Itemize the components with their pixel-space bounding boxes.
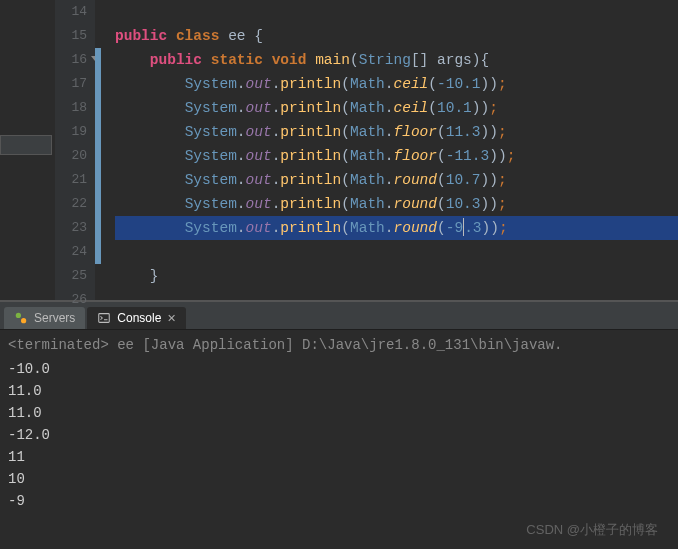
code-line-21[interactable]: System.out.println(Math.round(10.7)); — [115, 168, 678, 192]
line-number[interactable]: 24 — [55, 240, 87, 264]
line-number[interactable]: 21 — [55, 168, 87, 192]
line-number[interactable]: 22 — [55, 192, 87, 216]
bottom-panel: Servers Console ✕ <terminated> ee [Java … — [0, 300, 678, 549]
console-status: <terminated> ee [Java Application] D:\Ja… — [8, 334, 670, 356]
tab-label: Console — [117, 311, 161, 325]
editor-left-margin: 14 15 16 17 18 19 20 21 22 23 24 25 26 — [0, 0, 95, 300]
tab-label: Servers — [34, 311, 75, 325]
code-line-15[interactable]: public class ee { — [115, 24, 678, 48]
console-output-line: 11.0 — [8, 402, 670, 424]
code-line-24[interactable] — [115, 240, 678, 264]
line-number[interactable]: 16 — [55, 48, 87, 72]
code-line-18[interactable]: System.out.println(Math.ceil(10.1)); — [115, 96, 678, 120]
svg-point-0 — [16, 313, 21, 318]
console-icon — [97, 311, 111, 325]
code-line-23[interactable]: System.out.println(Math.round(-9.3)); — [115, 216, 678, 240]
line-number[interactable]: 23 — [55, 216, 87, 240]
code-line-14[interactable] — [115, 0, 678, 24]
code-line-26[interactable] — [115, 288, 678, 312]
line-number-gutter[interactable]: 14 15 16 17 18 19 20 21 22 23 24 25 26 — [55, 0, 95, 300]
servers-icon — [14, 311, 28, 325]
console-output-line: -12.0 — [8, 424, 670, 446]
side-box — [0, 135, 52, 155]
line-number[interactable]: 15 — [55, 24, 87, 48]
code-editor[interactable]: 14 15 16 17 18 19 20 21 22 23 24 25 26 p… — [0, 0, 678, 300]
console-output-line: 11 — [8, 446, 670, 468]
line-number[interactable]: 20 — [55, 144, 87, 168]
close-icon[interactable]: ✕ — [167, 312, 176, 325]
console-output-line: -9 — [8, 490, 670, 512]
text-cursor — [463, 218, 464, 236]
line-number[interactable]: 19 — [55, 120, 87, 144]
line-number[interactable]: 14 — [55, 0, 87, 24]
console-output-line: 11.0 — [8, 380, 670, 402]
watermark: CSDN @小橙子的博客 — [526, 521, 658, 539]
code-line-25[interactable]: } — [115, 264, 678, 288]
code-line-19[interactable]: System.out.println(Math.floor(11.3)); — [115, 120, 678, 144]
console-output-line: 10 — [8, 468, 670, 490]
svg-rect-2 — [99, 314, 110, 323]
code-line-17[interactable]: System.out.println(Math.ceil(-10.1)); — [115, 72, 678, 96]
line-number[interactable]: 25 — [55, 264, 87, 288]
code-line-22[interactable]: System.out.println(Math.round(10.3)); — [115, 192, 678, 216]
side-marker — [0, 0, 55, 300]
svg-point-1 — [21, 318, 26, 323]
line-number[interactable]: 18 — [55, 96, 87, 120]
line-number[interactable]: 17 — [55, 72, 87, 96]
line-number[interactable]: 26 — [55, 288, 87, 312]
code-line-20[interactable]: System.out.println(Math.floor(-11.3)); — [115, 144, 678, 168]
console-output-line: -10.0 — [8, 358, 670, 380]
code-area[interactable]: public class ee { public static void mai… — [95, 0, 678, 300]
code-line-16[interactable]: public static void main(String[] args){ — [115, 48, 678, 72]
console-view[interactable]: <terminated> ee [Java Application] D:\Ja… — [0, 330, 678, 516]
